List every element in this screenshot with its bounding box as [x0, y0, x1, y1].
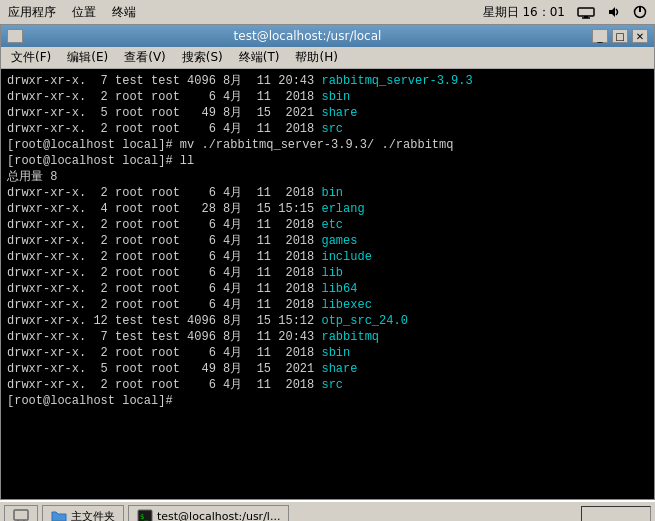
terminal-line: drwxr-xr-x. 7 test test 4096 8月 11 20:43…	[7, 329, 648, 345]
terminal-text: share	[321, 105, 357, 121]
terminal-line: drwxr-xr-x. 2 root root 6 4月 11 2018 lib	[7, 265, 648, 281]
terminal-text: drwxr-xr-x. 2 root root 6 4月 11 2018	[7, 233, 321, 249]
terminal-text: drwxr-xr-x. 2 root root 6 4月 11 2018	[7, 185, 321, 201]
menu-help[interactable]: 帮助(H)	[289, 47, 343, 68]
menu-bar: 文件(F) 编辑(E) 查看(V) 搜索(S) 终端(T) 帮助(H)	[1, 47, 654, 69]
terminal-menu[interactable]: 终端	[112, 4, 136, 21]
volume-icon	[607, 5, 621, 19]
terminal-line: drwxr-xr-x. 7 test test 4096 8月 11 20:43…	[7, 73, 648, 89]
terminal-taskbar-label: test@localhost:/usr/l...	[157, 510, 280, 522]
terminal-text: src	[321, 377, 343, 393]
window-buttons[interactable]: _ □ ✕	[592, 29, 648, 43]
terminal-text: drwxr-xr-x. 2 root root 6 4月 11 2018	[7, 217, 321, 233]
terminal-line: 总用量 8	[7, 169, 648, 185]
screen-icon	[13, 509, 29, 521]
terminal-text: erlang	[321, 201, 364, 217]
terminal-text: games	[321, 233, 357, 249]
terminal-text: drwxr-xr-x. 5 root root 49 8月 15 2021	[7, 105, 321, 121]
terminal-text: [root@localhost local]# ll	[7, 153, 194, 169]
power-icon[interactable]	[633, 5, 647, 19]
terminal-line: drwxr-xr-x. 2 root root 6 4月 11 2018 inc…	[7, 249, 648, 265]
window-title: test@localhost:/usr/local	[23, 29, 592, 43]
system-bar-right: 星期日 16：01	[483, 4, 647, 21]
terminal-text: drwxr-xr-x. 2 root root 6 4月 11 2018	[7, 281, 321, 297]
menu-search[interactable]: 搜索(S)	[176, 47, 229, 68]
terminal-window: test@localhost:/usr/local _ □ ✕ 文件(F) 编辑…	[0, 24, 655, 500]
terminal-line: drwxr-xr-x. 5 root root 49 8月 15 2021 sh…	[7, 361, 648, 377]
terminal-text: drwxr-xr-x. 2 root root 6 4月 11 2018	[7, 265, 321, 281]
terminal-text: drwxr-xr-x. 4 root root 28 8月 15 15:15	[7, 201, 321, 217]
terminal-text: drwxr-xr-x. 7 test test 4096 8月 11 20:43	[7, 73, 321, 89]
terminal-text: src	[321, 121, 343, 137]
terminal-content[interactable]: drwxr-xr-x. 7 test test 4096 8月 11 20:43…	[1, 69, 654, 499]
terminal-text: drwxr-xr-x. 2 root root 6 4月 11 2018	[7, 377, 321, 393]
terminal-text: sbin	[321, 345, 350, 361]
folder-label: 主文件夹	[71, 509, 115, 522]
title-bar: test@localhost:/usr/local _ □ ✕	[1, 25, 654, 47]
terminal-text: lib	[321, 265, 343, 281]
title-bar-controls	[7, 29, 23, 43]
terminal-text: etc	[321, 217, 343, 233]
terminal-text: [root@localhost local]#	[7, 393, 180, 409]
taskbar-input[interactable]	[581, 506, 651, 521]
terminal-text: rabbitmq	[321, 329, 379, 345]
terminal-text: sbin	[321, 89, 350, 105]
system-bar: 应用程序 位置 终端 星期日 16：01	[0, 0, 655, 24]
menu-edit[interactable]: 编辑(E)	[61, 47, 114, 68]
terminal-line: drwxr-xr-x. 4 root root 28 8月 15 15:15 e…	[7, 201, 648, 217]
svg-rect-0	[578, 8, 594, 16]
terminal-text: include	[321, 249, 371, 265]
terminal-text: otp_src_24.0	[321, 313, 407, 329]
network-icon	[577, 5, 595, 19]
terminal-text: drwxr-xr-x. 2 root root 6 4月 11 2018	[7, 89, 321, 105]
terminal-line: drwxr-xr-x. 2 root root 6 4月 11 2018 bin	[7, 185, 648, 201]
svg-rect-6	[14, 510, 28, 520]
screen-button[interactable]	[4, 505, 38, 521]
folder-button[interactable]: 主文件夹	[42, 505, 124, 521]
terminal-line: [root@localhost local]#	[7, 393, 648, 409]
svg-text:$_: $_	[140, 513, 149, 521]
terminal-line: [root@localhost local]# ll	[7, 153, 648, 169]
terminal-text: drwxr-xr-x. 2 root root 6 4月 11 2018	[7, 345, 321, 361]
menu-terminal[interactable]: 终端(T)	[233, 47, 286, 68]
terminal-text: [root@localhost local]# mv ./rabbitmq_se…	[7, 137, 453, 153]
terminal-line: drwxr-xr-x. 2 root root 6 4月 11 2018 sbi…	[7, 345, 648, 361]
terminal-line: drwxr-xr-x. 5 root root 49 8月 15 2021 sh…	[7, 105, 648, 121]
terminal-line: drwxr-xr-x. 2 root root 6 4月 11 2018 gam…	[7, 233, 648, 249]
terminal-text: drwxr-xr-x. 2 root root 6 4月 11 2018	[7, 297, 321, 313]
menu-view[interactable]: 查看(V)	[118, 47, 172, 68]
terminal-line: drwxr-xr-x. 2 root root 6 4月 11 2018 lib…	[7, 297, 648, 313]
terminal-line: [root@localhost local]# mv ./rabbitmq_se…	[7, 137, 648, 153]
terminal-line: drwxr-xr-x. 12 test test 4096 8月 15 15:1…	[7, 313, 648, 329]
terminal-text: lib64	[321, 281, 357, 297]
menu-file[interactable]: 文件(F)	[5, 47, 57, 68]
terminal-line: drwxr-xr-x. 2 root root 6 4月 11 2018 lib…	[7, 281, 648, 297]
terminal-text: drwxr-xr-x. 5 root root 49 8月 15 2021	[7, 361, 321, 377]
terminal-text: bin	[321, 185, 343, 201]
taskbar: 主文件夹 $_ test@localhost:/usr/l...	[0, 500, 655, 521]
terminal-text: drwxr-xr-x. 2 root root 6 4月 11 2018	[7, 249, 321, 265]
app-menu[interactable]: 应用程序	[8, 4, 56, 21]
terminal-text: rabbitmq_server-3.9.3	[321, 73, 472, 89]
terminal-line: drwxr-xr-x. 2 root root 6 4月 11 2018 src	[7, 377, 648, 393]
terminal-text: libexec	[321, 297, 371, 313]
minimize-button[interactable]: _	[592, 29, 608, 43]
system-bar-left: 应用程序 位置 终端	[8, 4, 136, 21]
terminal-line: drwxr-xr-x. 2 root root 6 4月 11 2018 sbi…	[7, 89, 648, 105]
terminal-line: drwxr-xr-x. 2 root root 6 4月 11 2018 src	[7, 121, 648, 137]
terminal-text: drwxr-xr-x. 12 test test 4096 8月 15 15:1…	[7, 313, 321, 329]
terminal-taskbar-icon: $_	[137, 509, 153, 521]
terminal-taskbar-button[interactable]: $_ test@localhost:/usr/l...	[128, 505, 289, 521]
position-menu[interactable]: 位置	[72, 4, 96, 21]
folder-icon	[51, 509, 67, 521]
close-button[interactable]: ✕	[632, 29, 648, 43]
terminal-text: 总用量 8	[7, 169, 57, 185]
svg-marker-3	[609, 7, 615, 17]
terminal-text: drwxr-xr-x. 7 test test 4096 8月 11 20:43	[7, 329, 321, 345]
terminal-line: drwxr-xr-x. 2 root root 6 4月 11 2018 etc	[7, 217, 648, 233]
datetime: 星期日 16：01	[483, 4, 565, 21]
window-spacer	[7, 29, 23, 43]
terminal-text: drwxr-xr-x. 2 root root 6 4月 11 2018	[7, 121, 321, 137]
maximize-button[interactable]: □	[612, 29, 628, 43]
terminal-text: share	[321, 361, 357, 377]
